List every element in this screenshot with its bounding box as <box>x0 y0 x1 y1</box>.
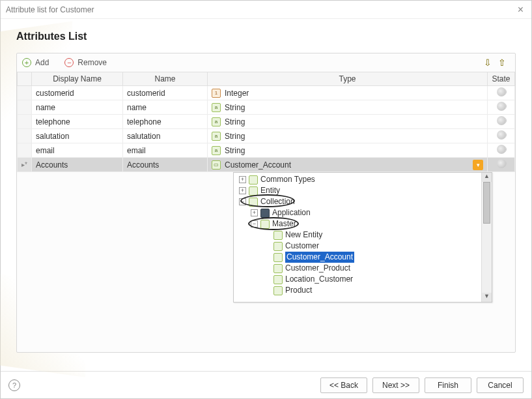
tree-node[interactable]: Location_Customer <box>236 274 479 285</box>
tree-body: +Common Types+Entity−Collection+Applicat… <box>234 173 481 302</box>
col-name[interactable]: Name <box>123 72 208 86</box>
expand-icon[interactable]: + <box>239 176 246 183</box>
add-button[interactable]: + Add <box>22 58 49 67</box>
entity-icon <box>273 253 283 262</box>
help-icon[interactable]: ? <box>8 379 20 391</box>
cell-display-name[interactable]: telephone <box>32 115 123 129</box>
tree-node[interactable]: Product <box>236 285 479 296</box>
cell-type[interactable]: 1Integer <box>208 86 488 100</box>
entity-icon <box>260 220 270 229</box>
tree-node[interactable]: −Master <box>236 218 479 229</box>
table-header-row: Display Name Name Type State <box>18 72 515 86</box>
tree-node-label: New Entity <box>285 229 322 241</box>
col-display-name[interactable]: Display Name <box>32 72 123 86</box>
back-button[interactable]: << Back <box>320 377 367 393</box>
page-title: Attributes List <box>16 31 516 42</box>
entity-icon <box>249 186 258 196</box>
minus-icon: − <box>64 58 74 67</box>
cell-type[interactable]: aString <box>208 115 488 129</box>
cell-state <box>488 100 515 115</box>
window-title: Attribute list for Customer <box>6 5 94 14</box>
cell-type[interactable]: aString <box>208 100 488 115</box>
tree-node[interactable]: +Entity <box>236 185 479 196</box>
cell-display-name[interactable]: Accounts <box>32 158 123 172</box>
col-type[interactable]: Type <box>208 72 488 86</box>
type-dropdown-tree[interactable]: +Common Types+Entity−Collection+Applicat… <box>233 172 492 303</box>
panel-toolbar: + Add − Remove ⇩ ⇧ <box>17 53 515 72</box>
tree-node-label: Collection <box>260 196 295 207</box>
cell-state <box>488 129 515 143</box>
dialog-footer: ? << Back Next >> Finish Cancel <box>1 371 531 398</box>
table-row[interactable]: emailemailaString <box>18 143 515 158</box>
tree-scrollbar[interactable]: ▲ ▼ <box>481 173 492 302</box>
state-icon <box>497 116 506 125</box>
next-button[interactable]: Next >> <box>372 377 419 393</box>
cell-name[interactable]: email <box>123 143 208 158</box>
cell-name[interactable]: Accounts <box>123 158 208 172</box>
tree-node[interactable]: +Application <box>236 207 479 218</box>
row-marker <box>18 143 32 158</box>
cell-name[interactable]: name <box>123 100 208 115</box>
add-button-label: Add <box>35 58 49 67</box>
type-label: Customer_Account <box>225 160 291 170</box>
move-down-button[interactable]: ⇩ <box>484 57 492 68</box>
cell-name[interactable]: telephone <box>123 115 208 129</box>
cell-state <box>488 86 515 100</box>
tree-node[interactable]: Customer_Product <box>236 263 479 274</box>
entity-icon <box>273 286 283 295</box>
tree-node[interactable]: Customer <box>236 241 479 252</box>
remove-button[interactable]: − Remove <box>64 58 107 67</box>
cell-name[interactable]: salutation <box>123 129 208 143</box>
row-marker: ▸* <box>18 158 32 172</box>
expand-icon[interactable]: + <box>251 209 258 216</box>
row-marker <box>18 86 32 100</box>
table-row[interactable]: ▸*AccountsAccounts▭Customer_Account▾ <box>18 158 515 172</box>
cell-type[interactable]: aString <box>208 143 488 158</box>
tree-node[interactable]: −Collection <box>236 196 479 207</box>
tree-node-label: Customer_Account <box>285 252 354 263</box>
entity-icon <box>273 242 283 251</box>
scroll-down-icon[interactable]: ▼ <box>482 293 492 302</box>
tree-node-label: Customer_Product <box>285 263 350 274</box>
type-dropdown-button[interactable]: ▾ <box>473 160 483 170</box>
cell-display-name[interactable]: name <box>32 100 123 115</box>
finish-button[interactable]: Finish <box>425 377 471 393</box>
cancel-button[interactable]: Cancel <box>477 377 524 393</box>
table-row[interactable]: salutationsalutationaString <box>18 129 515 143</box>
entity-icon <box>249 198 258 207</box>
cell-name[interactable]: customerid <box>123 86 208 100</box>
type-label: String <box>225 103 245 112</box>
cell-state <box>488 143 515 158</box>
tree-node-label: Master <box>272 218 296 229</box>
col-marker <box>18 72 32 86</box>
table-row[interactable]: customeridcustomerid1Integer <box>18 86 515 100</box>
expand-icon[interactable]: + <box>239 187 246 194</box>
tree-node-label: Product <box>285 285 312 296</box>
scroll-up-icon[interactable]: ▲ <box>482 173 492 182</box>
entity-icon <box>273 275 283 284</box>
scroll-thumb[interactable] <box>483 182 490 224</box>
table-row[interactable]: telephonetelephoneaString <box>18 115 515 129</box>
remove-button-label: Remove <box>77 58 107 67</box>
tree-node[interactable]: +Common Types <box>236 174 479 185</box>
close-icon[interactable]: × <box>515 4 526 16</box>
entity-icon <box>273 264 283 273</box>
attribute-panel: + Add − Remove ⇩ ⇧ <box>16 53 516 353</box>
move-up-button[interactable]: ⇧ <box>498 57 506 68</box>
collapse-icon[interactable]: − <box>251 220 258 228</box>
tree-node[interactable]: Customer_Account <box>236 252 479 263</box>
state-icon <box>497 145 506 154</box>
cell-type[interactable]: ▭Customer_Account▾ <box>208 158 488 172</box>
col-state[interactable]: State <box>488 72 515 86</box>
collapse-icon[interactable]: − <box>239 198 246 205</box>
cell-display-name[interactable]: email <box>32 143 123 158</box>
row-marker <box>18 100 32 115</box>
cell-display-name[interactable]: salutation <box>32 129 123 143</box>
state-icon <box>497 130 506 140</box>
titlebar: Attribute list for Customer × <box>1 1 531 19</box>
table-row[interactable]: namenameaString <box>18 100 515 115</box>
tree-node[interactable]: New Entity <box>236 229 479 241</box>
cell-type[interactable]: aString <box>208 129 488 143</box>
type-label: String <box>225 117 245 126</box>
cell-display-name[interactable]: customerid <box>32 86 123 100</box>
